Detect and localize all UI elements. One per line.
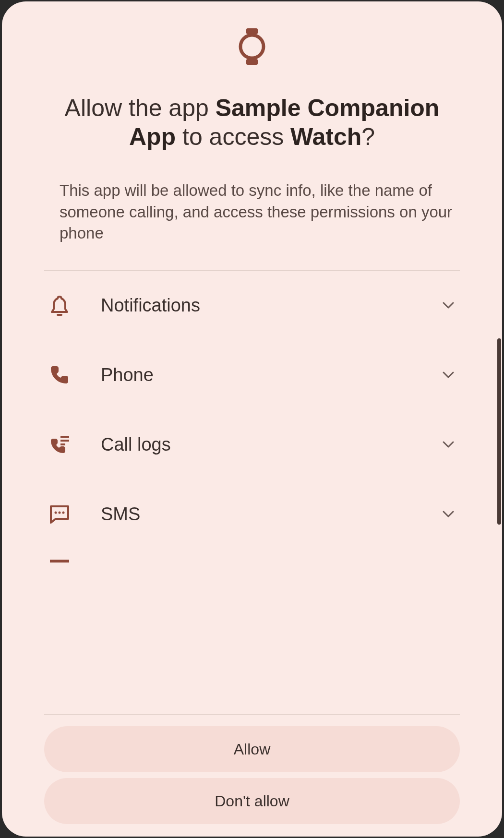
permission-label: Notifications — [71, 295, 441, 316]
permission-row-notifications[interactable]: Notifications — [44, 271, 460, 340]
permissions-list[interactable]: Notifications Phone — [44, 270, 460, 715]
permission-dialog: Allow the app Sample Companion App to ac… — [2, 1, 502, 837]
notifications-icon — [48, 294, 71, 317]
svg-rect-1 — [246, 59, 258, 65]
phone-icon — [48, 363, 71, 386]
chevron-down-icon — [441, 367, 456, 383]
svg-rect-10 — [50, 560, 69, 563]
contacts-icon — [48, 560, 71, 566]
permission-row-phone[interactable]: Phone — [44, 340, 460, 410]
permission-label: Phone — [71, 365, 441, 385]
svg-rect-6 — [60, 443, 65, 445]
chevron-down-icon — [441, 298, 456, 313]
svg-point-2 — [240, 35, 264, 58]
permission-label: SMS — [71, 504, 441, 525]
permission-row-sms[interactable]: SMS — [44, 479, 460, 549]
sms-icon — [48, 503, 71, 526]
title-target: Watch — [290, 123, 361, 150]
title-prefix: Allow the app — [65, 95, 216, 121]
watch-icon — [237, 28, 267, 65]
dialog-title: Allow the app Sample Companion App to ac… — [2, 80, 502, 151]
svg-point-8 — [59, 512, 61, 514]
permission-row-partial[interactable] — [44, 549, 460, 566]
scrollbar[interactable] — [497, 338, 501, 525]
permission-label: Call logs — [71, 434, 441, 455]
chevron-down-icon — [441, 506, 456, 522]
svg-point-9 — [62, 512, 65, 514]
chevron-down-icon — [441, 437, 456, 452]
deny-button[interactable]: Don't allow — [44, 778, 460, 824]
dialog-description: This app will be allowed to sync info, l… — [2, 151, 502, 244]
svg-rect-0 — [246, 28, 258, 34]
permission-row-call-logs[interactable]: Call logs — [44, 410, 460, 479]
title-suffix: ? — [361, 123, 375, 150]
svg-rect-3 — [57, 314, 62, 316]
header-icon-wrapper — [2, 1, 502, 80]
svg-rect-4 — [60, 436, 69, 438]
svg-rect-5 — [60, 440, 69, 442]
button-area: Allow Don't allow — [2, 715, 502, 837]
allow-button[interactable]: Allow — [44, 726, 460, 772]
call-logs-icon — [48, 433, 71, 456]
svg-point-7 — [55, 512, 57, 514]
title-mid: to access — [176, 123, 290, 150]
